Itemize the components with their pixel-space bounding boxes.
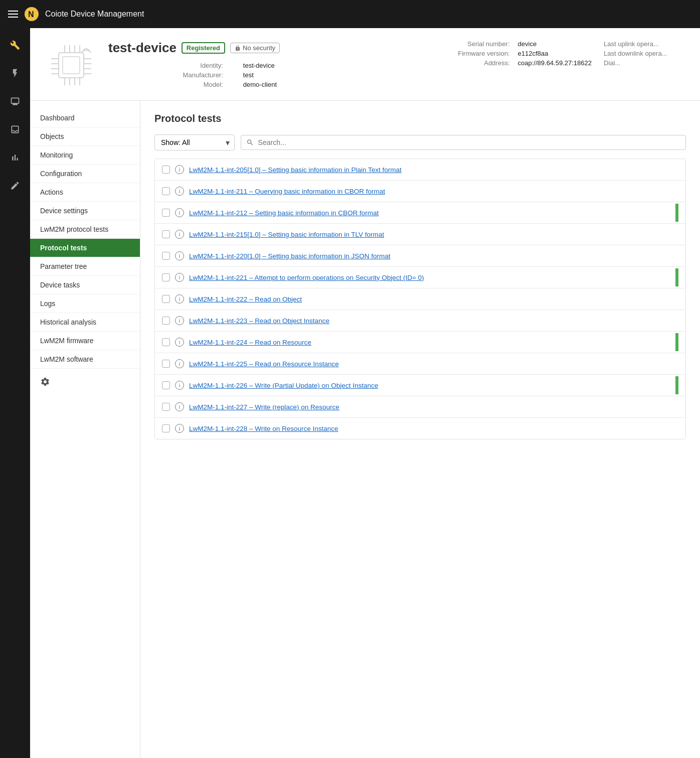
- test-checkbox-5[interactable]: [162, 273, 170, 281]
- settings-gear[interactable]: [30, 369, 140, 397]
- svg-rect-3: [63, 57, 80, 74]
- nav-icon-inbox[interactable]: [6, 120, 24, 138]
- search-input[interactable]: [258, 138, 680, 146]
- test-info-icon-4[interactable]: i: [175, 251, 184, 260]
- svg-text:N: N: [28, 10, 34, 19]
- firmware-value: e112cf8aa: [518, 50, 592, 57]
- test-link-5[interactable]: LwM2M-1.1-int-221 – Attempt to perform o…: [189, 274, 424, 281]
- test-info-icon-10[interactable]: i: [175, 381, 184, 390]
- left-nav-item-6[interactable]: LwM2M protocol tests: [30, 220, 140, 239]
- search-wrapper: [241, 135, 686, 150]
- test-checkbox-12[interactable]: [162, 424, 170, 432]
- manufacturer-value: test: [243, 71, 352, 79]
- test-info-icon-5[interactable]: i: [175, 273, 184, 282]
- left-nav-item-3[interactable]: Configuration: [30, 165, 140, 183]
- test-info-icon-3[interactable]: i: [175, 230, 184, 239]
- right-content: Protocol tests Show: All Passed Failed N…: [140, 101, 700, 758]
- device-meta-extra: Last uplink opera... Last downlink opera…: [604, 40, 684, 67]
- test-checkbox-6[interactable]: [162, 295, 170, 303]
- test-info-icon-9[interactable]: i: [175, 359, 184, 368]
- test-item-inner-2: iLwM2M-1.1-int-212 – Setting basic infor…: [162, 208, 678, 217]
- test-item: iLwM2M-1.1-int-211 – Querying basic info…: [155, 181, 685, 202]
- test-checkbox-0[interactable]: [162, 166, 170, 174]
- device-meta-right: Serial number: device Firmware version: …: [458, 40, 592, 69]
- nav-icon-monitor[interactable]: [6, 92, 24, 110]
- last-uplink: Last uplink opera...: [604, 40, 684, 48]
- left-nav-item-1[interactable]: Objects: [30, 127, 140, 146]
- test-checkbox-8[interactable]: [162, 338, 170, 346]
- test-link-10[interactable]: LwM2M-1.1-int-226 – Write (Partial Updat…: [189, 382, 378, 389]
- nav-icon-wrench[interactable]: [6, 36, 24, 54]
- left-nav-item-9[interactable]: Device tasks: [30, 276, 140, 294]
- left-nav-item-7[interactable]: Protocol tests: [30, 239, 140, 257]
- test-status-bar-5: [675, 268, 678, 286]
- test-checkbox-7[interactable]: [162, 317, 170, 325]
- hamburger-menu[interactable]: [8, 11, 18, 18]
- test-link-7[interactable]: LwM2M-1.1-int-223 – Read on Object Insta…: [189, 317, 329, 325]
- test-link-8[interactable]: LwM2M-1.1-int-224 – Read on Resource: [189, 339, 311, 346]
- badge-registered: Registered: [182, 42, 225, 54]
- test-info-icon-11[interactable]: i: [175, 402, 184, 411]
- test-info-icon-1[interactable]: i: [175, 187, 184, 196]
- device-meta: Identity: test-device Manufacturer: test…: [108, 62, 446, 88]
- test-link-6[interactable]: LwM2M-1.1-int-222 – Read on Object: [189, 295, 302, 303]
- test-item-inner-8: iLwM2M-1.1-int-224 – Read on Resource: [162, 338, 678, 347]
- gear-icon: [40, 377, 50, 387]
- test-link-1[interactable]: LwM2M-1.1-int-211 – Querying basic infor…: [189, 188, 385, 195]
- nav-icon-edit[interactable]: [6, 177, 24, 195]
- app-logo: N: [24, 7, 39, 22]
- test-checkbox-3[interactable]: [162, 230, 170, 238]
- serial-label: Serial number:: [458, 40, 509, 48]
- test-item-inner-6: iLwM2M-1.1-int-222 – Read on Object: [162, 294, 678, 304]
- left-nav-item-12[interactable]: LwM2M firmware: [30, 332, 140, 350]
- test-status-bar-8: [675, 333, 678, 351]
- model-value: demo-client: [243, 81, 352, 88]
- test-item: iLwM2M-1.1-int-221 – Attempt to perform …: [155, 267, 685, 288]
- test-status-bar-2: [675, 204, 678, 222]
- test-link-0[interactable]: LwM2M-1.1-int-205[1.0] – Setting basic i…: [189, 166, 402, 174]
- identity-label: Identity:: [108, 62, 223, 69]
- test-link-12[interactable]: LwM2M-1.1-int-228 – Write on Resource In…: [189, 425, 338, 432]
- test-info-icon-6[interactable]: i: [175, 294, 184, 304]
- test-checkbox-1[interactable]: [162, 187, 170, 195]
- test-info-icon-2[interactable]: i: [175, 208, 184, 217]
- test-item: iLwM2M-1.1-int-212 – Setting basic infor…: [155, 202, 685, 224]
- test-link-4[interactable]: LwM2M-1.1-int-220[1.0] – Setting basic i…: [189, 252, 390, 260]
- test-item-inner-5: iLwM2M-1.1-int-221 – Attempt to perform …: [162, 273, 678, 282]
- nav-icon-bolt[interactable]: [6, 64, 24, 82]
- left-nav-item-10[interactable]: Logs: [30, 294, 140, 313]
- test-item: iLwM2M-1.1-int-223 – Read on Object Inst…: [155, 310, 685, 332]
- left-nav-item-13[interactable]: LwM2M software: [30, 350, 140, 369]
- test-info-icon-8[interactable]: i: [175, 338, 184, 347]
- test-checkbox-9[interactable]: [162, 360, 170, 368]
- test-checkbox-10[interactable]: [162, 381, 170, 389]
- nav-icon-chart[interactable]: [6, 148, 24, 167]
- manufacturer-label: Manufacturer:: [108, 71, 223, 79]
- show-filter-select[interactable]: Show: All Passed Failed Not run: [154, 134, 235, 150]
- test-list: iLwM2M-1.1-int-205[1.0] – Setting basic …: [154, 159, 686, 439]
- left-nav-item-2[interactable]: Monitoring: [30, 146, 140, 165]
- test-checkbox-11[interactable]: [162, 403, 170, 411]
- firmware-label: Firmware version:: [458, 50, 509, 57]
- test-checkbox-4[interactable]: [162, 252, 170, 260]
- test-item: iLwM2M-1.1-int-205[1.0] – Setting basic …: [155, 159, 685, 181]
- device-header: test-device Registered No security Ident…: [30, 28, 700, 101]
- model-label: Model:: [108, 81, 223, 88]
- test-info-icon-0[interactable]: i: [175, 165, 184, 174]
- test-item-inner-11: iLwM2M-1.1-int-227 – Write (replace) on …: [162, 402, 678, 411]
- test-link-3[interactable]: LwM2M-1.1-int-215[1.0] – Setting basic i…: [189, 231, 384, 238]
- test-info-icon-12[interactable]: i: [175, 424, 184, 433]
- test-link-9[interactable]: LwM2M-1.1-int-225 – Read on Resource Ins…: [189, 360, 339, 368]
- left-nav-item-5[interactable]: Device settings: [30, 202, 140, 220]
- left-nav-item-11[interactable]: Historical analysis: [30, 313, 140, 332]
- left-nav-item-4[interactable]: Actions: [30, 183, 140, 202]
- test-item: iLwM2M-1.1-int-226 – Write (Partial Upda…: [155, 375, 685, 396]
- test-link-2[interactable]: LwM2M-1.1-int-212 – Setting basic inform…: [189, 209, 379, 217]
- left-nav-item-8[interactable]: Parameter tree: [30, 257, 140, 276]
- test-checkbox-2[interactable]: [162, 209, 170, 217]
- test-info-icon-7[interactable]: i: [175, 316, 184, 325]
- test-link-11[interactable]: LwM2M-1.1-int-227 – Write (replace) on R…: [189, 403, 339, 411]
- topnav: N Coiote Device Management: [0, 0, 700, 28]
- left-nav-item-0[interactable]: Dashboard: [30, 109, 140, 127]
- device-name-row: test-device Registered No security: [108, 40, 446, 56]
